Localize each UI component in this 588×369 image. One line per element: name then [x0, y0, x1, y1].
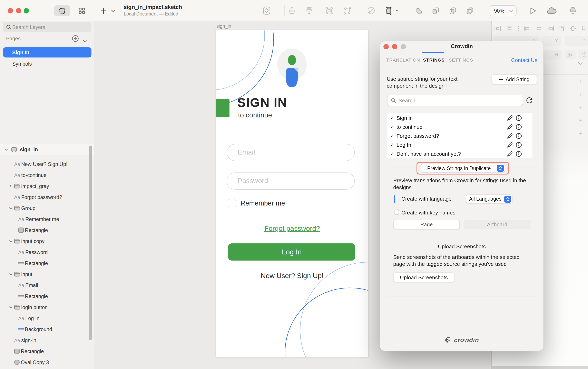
log-in-button[interactable]: Log In [228, 243, 355, 260]
layer-row[interactable]: impact_gray [0, 181, 89, 192]
sidebar-page-sign-in[interactable]: Sign In [3, 47, 92, 58]
layer-row[interactable]: Aa Password [0, 247, 89, 258]
layer-row[interactable]: Rectangle [0, 291, 89, 302]
layer-chevron-icon[interactable] [8, 184, 13, 188]
preview-strings-dropdown[interactable]: Preview Strings in Duplicate [420, 164, 505, 172]
string-search-input[interactable] [399, 97, 513, 103]
distribute-horizontal-icon[interactable] [494, 25, 501, 32]
zoom-window-button[interactable] [24, 8, 29, 13]
insert-button[interactable] [98, 5, 109, 16]
minimize-window-button[interactable] [16, 8, 21, 13]
resize-menu-chevron[interactable] [394, 6, 400, 16]
layer-row[interactable]: Aa Email [0, 280, 89, 291]
artboard-layer-header[interactable]: sign_in [0, 144, 94, 155]
transform-button[interactable] [342, 6, 353, 16]
add-style-button[interactable]: + [578, 104, 583, 110]
edit-selection-button[interactable] [324, 6, 335, 16]
layer-search-field[interactable] [3, 22, 92, 32]
zoom-level-select[interactable]: 90% [490, 5, 516, 16]
align-right-icon[interactable] [547, 25, 555, 32]
forgot-password-link[interactable]: Forgot password? [216, 225, 368, 233]
sidebar-page-symbols[interactable]: Symbols [3, 59, 92, 69]
string-row[interactable]: ✓ Sign in [387, 113, 533, 122]
add-string-button[interactable]: Add String [492, 74, 537, 84]
collapse-pages-button[interactable] [83, 37, 87, 44]
grid-view-toggle[interactable] [74, 5, 90, 16]
string-row[interactable]: ✓ to continue [387, 122, 533, 131]
search-layers-input[interactable] [12, 24, 78, 30]
sign-in-artboard[interactable]: SIGN IN to continue Email Password Remem… [216, 30, 368, 357]
password-field[interactable]: Password [227, 172, 355, 189]
layer-row[interactable]: Oval Copy 3 [0, 357, 89, 368]
info-icon[interactable] [516, 124, 522, 130]
insert-shape-button[interactable] [261, 6, 272, 16]
edit-pencil-icon[interactable] [507, 142, 513, 148]
align-middle-vertical-icon[interactable] [570, 25, 576, 32]
edit-pencil-icon[interactable] [507, 124, 513, 130]
refresh-strings-button[interactable] [525, 96, 533, 106]
string-search-field[interactable] [387, 95, 523, 106]
artboard-title-label[interactable]: sign_in [216, 24, 231, 29]
layer-chevron-icon[interactable] [8, 207, 13, 209]
layer-row[interactable]: Aa sign-in [0, 335, 89, 346]
add-style-button[interactable]: + [578, 78, 583, 84]
layer-row[interactable]: Aa Remember me [0, 214, 89, 225]
sidebar-scrollbar[interactable] [89, 146, 92, 340]
sign-up-text[interactable]: New User? Sign Up! [216, 272, 368, 280]
layer-row[interactable]: Background [0, 324, 89, 335]
add-style-button[interactable]: + [578, 130, 583, 137]
resize-button[interactable] [384, 6, 394, 16]
layer-row[interactable]: input copy [0, 236, 89, 247]
flip-horizontal-button[interactable] [565, 50, 576, 60]
collapse-section-chevron[interactable] [578, 60, 583, 67]
y-position-field[interactable]: Y [542, 36, 561, 46]
contact-us-link[interactable]: Contact Us [511, 57, 537, 63]
layer-row[interactable]: Rectangle [0, 258, 89, 269]
flip-vertical-button[interactable] [578, 50, 588, 60]
info-icon[interactable] [516, 151, 522, 157]
align-top-icon[interactable] [559, 25, 565, 32]
tab-strings[interactable]: STRINGS [423, 58, 445, 62]
rotate-button[interactable] [366, 6, 377, 16]
edit-pencil-icon[interactable] [507, 151, 513, 157]
tab-translation[interactable]: TRANSLATION [386, 58, 420, 62]
add-style-button[interactable]: + [578, 117, 583, 124]
edit-pencil-icon[interactable] [507, 133, 513, 139]
layer-row[interactable]: Group [0, 203, 89, 214]
align-left-icon[interactable] [524, 25, 531, 32]
layer-row[interactable]: Rectangle [0, 225, 89, 236]
layer-chevron-icon[interactable] [8, 240, 13, 242]
create-with-language-radio[interactable] [394, 195, 395, 203]
info-icon[interactable] [516, 115, 522, 121]
string-row[interactable]: ✓ Don’t have an account yet? [387, 149, 533, 158]
align-center-horizontal-icon[interactable] [535, 25, 543, 32]
email-field[interactable]: Email [227, 144, 355, 161]
language-dropdown[interactable]: All Languages [466, 194, 513, 203]
upload-screenshots-button[interactable]: Upload Screenshots [393, 272, 454, 282]
boolean-difference-button[interactable] [465, 6, 475, 16]
layer-row[interactable]: Aa Forgot password? [0, 192, 89, 203]
height-field[interactable]: H [542, 50, 561, 60]
string-row[interactable]: ✓ Forgot password? [387, 131, 533, 140]
create-with-key-names-radio[interactable] [394, 209, 399, 215]
remember-me-checkbox[interactable] [228, 199, 236, 207]
boolean-intersect-button[interactable] [448, 6, 458, 16]
cloud-share-button[interactable] [546, 6, 557, 16]
canvas-view-toggle[interactable] [54, 5, 70, 16]
info-icon[interactable] [516, 142, 522, 148]
layer-chevron-icon[interactable] [8, 306, 13, 309]
distribute-down-button[interactable] [304, 6, 315, 16]
tab-settings[interactable]: SETTINGS [449, 58, 473, 62]
layer-row[interactable]: login button [0, 302, 89, 313]
preview-button[interactable] [528, 6, 538, 16]
distribute-vertical-icon[interactable] [506, 25, 513, 32]
layer-row[interactable]: input [0, 269, 89, 280]
string-row[interactable]: ✓ Log In [387, 140, 533, 149]
rotation-field[interactable]: ° [565, 36, 588, 46]
layer-chevron-icon[interactable] [8, 273, 13, 275]
close-window-button[interactable] [8, 8, 13, 13]
add-style-button[interactable]: + [578, 90, 583, 98]
page-button[interactable]: Page [393, 220, 460, 229]
align-bottom-icon[interactable] [581, 25, 587, 32]
add-page-button[interactable] [72, 35, 79, 44]
